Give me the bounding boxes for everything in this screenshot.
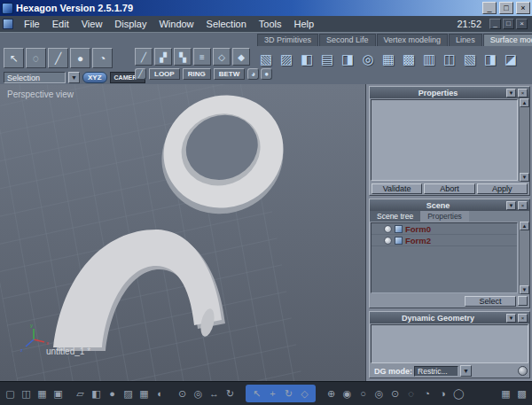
menu-view[interactable]: View	[75, 16, 109, 32]
flat-shading-icon[interactable]: ◧	[90, 386, 103, 401]
tree-item-label[interactable]: Form2	[405, 236, 431, 245]
tree-row-form2[interactable]: Form2	[372, 235, 517, 246]
betw-button[interactable]: BETW	[214, 68, 246, 80]
xyz-manipulator-button[interactable]: XYZ	[82, 72, 107, 83]
tree-item-label[interactable]: Form0	[405, 224, 431, 234]
loft-icon[interactable]: ◫	[440, 47, 459, 72]
dg-close-icon[interactable]: ×	[518, 314, 528, 323]
full-view-icon[interactable]: ▣	[51, 386, 65, 401]
panel-toggle-icon[interactable]: ▩	[515, 386, 528, 401]
dg-collapse-icon[interactable]: ▼	[506, 314, 516, 323]
orbit-camera-icon[interactable]: ◔	[92, 48, 113, 68]
tab-second-life[interactable]: Second Life	[319, 34, 376, 46]
properties-close-icon[interactable]: ×	[518, 89, 528, 97]
textured-icon[interactable]: ▨	[121, 386, 135, 401]
abort-button[interactable]: Abort	[424, 183, 474, 194]
menu-file[interactable]: File	[18, 16, 46, 32]
zoom-icon[interactable]: ◎	[192, 386, 205, 401]
quad-view-icon[interactable]: ▦	[35, 386, 49, 401]
dg-dropdown-arrow-icon[interactable]: ▼	[460, 365, 472, 377]
symmetry-icon[interactable]: ◨	[481, 47, 500, 72]
menu-tools[interactable]: Tools	[253, 16, 288, 32]
scroll-down-icon[interactable]: ▼	[520, 173, 529, 182]
edge-pen-icon[interactable]: ╱	[135, 68, 146, 80]
minimize-button[interactable]: _	[482, 2, 497, 14]
mdi-close-button[interactable]: ×	[516, 19, 528, 29]
move-mode-icon[interactable]: +	[266, 386, 279, 401]
mdi-restore-button[interactable]: □	[503, 19, 514, 29]
visibility-icon[interactable]	[384, 237, 392, 245]
thickness-icon[interactable]: ▧	[256, 47, 276, 72]
tree-row-form0[interactable]: Form0	[372, 223, 517, 235]
snap-vertex-icon[interactable]: ◉	[340, 386, 354, 401]
grow-selection-icon[interactable]: ◇	[213, 48, 231, 66]
properties-scrollbar[interactable]: ▲ ▼	[519, 98, 529, 182]
edge-tool-icon[interactable]: ╱	[135, 48, 153, 66]
scroll-down-icon[interactable]: ▼	[520, 285, 529, 294]
wireframe-icon[interactable]: ▱	[74, 386, 87, 401]
symmetry-aid-icon[interactable]: ⊙	[388, 386, 402, 401]
smoothing-icon[interactable]: ▨	[277, 47, 296, 72]
menu-window[interactable]: Window	[153, 16, 200, 32]
selection-dropdown-arrow-icon[interactable]: ▼	[68, 72, 80, 83]
scene-collapse-icon[interactable]: ▼	[506, 201, 516, 210]
sweep-icon[interactable]: ◨	[338, 47, 357, 72]
pan-icon[interactable]: ↔	[207, 386, 221, 401]
scroll-up-icon[interactable]: ▲	[520, 222, 529, 230]
between-tool-icon[interactable]: ≡	[193, 48, 211, 66]
measure-icon[interactable]: ◑	[436, 386, 450, 401]
fit-scene-icon[interactable]: ⊙	[176, 386, 189, 401]
tab-vertex-modeling[interactable]: Vertex modeling	[377, 34, 449, 46]
scene-close-icon[interactable]: ×	[518, 201, 528, 210]
grid-snap-icon[interactable]: ▦	[137, 386, 151, 401]
orbit-icon[interactable]: ↻	[223, 386, 237, 401]
axes-icon[interactable]: ◯	[452, 386, 466, 401]
scene-options-icon[interactable]	[518, 296, 528, 306]
scene-scrollbar[interactable]: ▲ ▼	[519, 222, 529, 294]
loop-tool-icon[interactable]: ▞	[154, 48, 172, 66]
properties-collapse-icon[interactable]: ▼	[506, 89, 516, 97]
tab-scene-tree[interactable]: Scene tree	[370, 211, 420, 222]
menu-help[interactable]: Help	[288, 16, 321, 32]
dg-sphere-icon[interactable]	[518, 366, 528, 376]
maximize-button[interactable]: □	[499, 2, 513, 14]
gordon-surface-icon[interactable]: ▩	[399, 47, 419, 72]
tab-3d-primitives[interactable]: 3D Primitives	[257, 34, 318, 46]
select-pen-icon[interactable]: ╱	[48, 48, 68, 68]
viewport-canvas[interactable]: x y z Perspective view untitled_1 *	[0, 84, 366, 381]
loop-button[interactable]: LOOP	[149, 68, 180, 80]
select-button[interactable]: Select	[465, 296, 516, 307]
validate-button[interactable]: Validate	[372, 183, 422, 194]
apply-button[interactable]: Apply	[477, 183, 528, 194]
offset-surface-icon[interactable]: ▧	[460, 47, 480, 72]
grid-toggle-icon[interactable]: ▦	[499, 386, 512, 401]
select-sphere-icon[interactable]: ●	[70, 48, 90, 68]
magnet-icon[interactable]: ◔	[420, 386, 434, 401]
menu-display[interactable]: Display	[108, 16, 153, 32]
extrude-surface-icon[interactable]: ▤	[317, 47, 337, 72]
soft-select-icon[interactable]: ◌	[404, 386, 418, 401]
single-view-icon[interactable]: ▢	[4, 386, 17, 401]
tab-lines[interactable]: Lines	[449, 34, 482, 46]
tab-surface-modeling[interactable]: Surface mod	[483, 34, 532, 46]
snap-edge-icon[interactable]: ○	[356, 386, 370, 401]
mdi-minimize-button[interactable]: _	[489, 19, 501, 29]
ring-tool-icon[interactable]: ▚	[174, 48, 192, 66]
ruled-surface-icon[interactable]: ▥	[419, 47, 439, 72]
visibility-icon[interactable]	[384, 225, 392, 233]
tab-scene-properties[interactable]: Properties	[420, 211, 469, 222]
coons-surface-icon[interactable]: ▦	[379, 47, 398, 72]
rotate-mode-icon[interactable]: ↻	[282, 386, 295, 401]
menu-edit[interactable]: Edit	[46, 16, 75, 32]
scale-mode-icon[interactable]: ◇	[298, 386, 311, 401]
lathe-icon[interactable]: ◎	[358, 47, 378, 72]
backface-icon[interactable]: ◐	[153, 386, 167, 401]
menu-selection[interactable]: Selection	[200, 16, 253, 32]
select-mode-icon[interactable]: ↖	[250, 386, 263, 401]
smooth-shading-icon[interactable]: ●	[106, 386, 119, 401]
selection-mode-dropdown[interactable]: Selection	[4, 72, 66, 83]
snap-face-icon[interactable]: ◎	[372, 386, 386, 401]
dual-view-icon[interactable]: ◫	[20, 386, 33, 401]
select-lasso-icon[interactable]: ◌	[26, 48, 46, 68]
close-button[interactable]: ×	[516, 2, 530, 14]
